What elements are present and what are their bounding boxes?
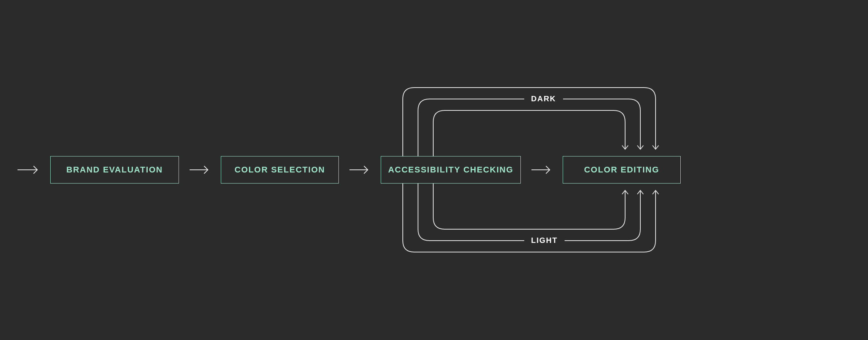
node-label: Color Editing: [584, 165, 659, 175]
arrow-3-to-4: [530, 164, 554, 175]
loop-label-text: DARK: [531, 94, 556, 103]
node-label: Accessibility Checking: [388, 165, 513, 175]
arrow-lead-in: [18, 164, 41, 175]
arrow-1-to-2: [188, 164, 212, 175]
loop-label-dark: DARK: [524, 92, 563, 105]
diagram-canvas: Brand Evaluation Color Selection Accessi…: [0, 0, 868, 340]
arrow-2-to-3: [348, 164, 372, 175]
node-color-selection: Color Selection: [221, 156, 339, 184]
node-label: Color Selection: [235, 165, 325, 175]
node-label: Brand Evaluation: [66, 165, 163, 175]
loop-label-text: LIGHT: [531, 236, 558, 244]
node-brand-evaluation: Brand Evaluation: [50, 156, 179, 184]
loop-label-light: LIGHT: [524, 234, 565, 247]
